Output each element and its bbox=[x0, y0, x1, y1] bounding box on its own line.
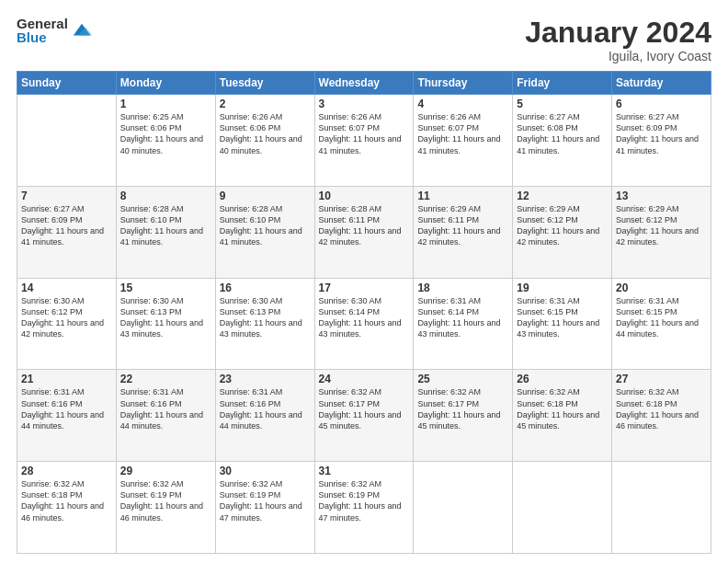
day-number: 31 bbox=[319, 465, 410, 477]
day-number: 22 bbox=[120, 373, 211, 385]
calendar-cell: 8Sunrise: 6:28 AMSunset: 6:10 PMDaylight… bbox=[116, 186, 215, 278]
calendar-cell: 28Sunrise: 6:32 AMSunset: 6:18 PMDayligh… bbox=[17, 462, 117, 554]
day-info: Sunrise: 6:32 AMSunset: 6:19 PMDaylight:… bbox=[220, 478, 311, 523]
calendar-cell: 24Sunrise: 6:32 AMSunset: 6:17 PMDayligh… bbox=[314, 370, 414, 462]
page: General Blue January 2024 Iguila, Ivory … bbox=[0, 0, 728, 563]
day-info: Sunrise: 6:25 AMSunset: 6:06 PMDaylight:… bbox=[120, 111, 211, 156]
calendar-week-3: 21Sunrise: 6:31 AMSunset: 6:16 PMDayligh… bbox=[17, 370, 711, 462]
day-info: Sunrise: 6:32 AMSunset: 6:17 PMDaylight:… bbox=[417, 386, 508, 431]
calendar-cell: 21Sunrise: 6:31 AMSunset: 6:16 PMDayligh… bbox=[17, 370, 117, 462]
day-number: 13 bbox=[616, 190, 707, 202]
day-number: 7 bbox=[21, 190, 112, 202]
calendar-cell: 20Sunrise: 6:31 AMSunset: 6:15 PMDayligh… bbox=[612, 278, 711, 370]
day-info: Sunrise: 6:32 AMSunset: 6:17 PMDaylight:… bbox=[319, 386, 410, 431]
calendar-cell: 14Sunrise: 6:30 AMSunset: 6:12 PMDayligh… bbox=[17, 278, 117, 370]
calendar-cell: 12Sunrise: 6:29 AMSunset: 6:12 PMDayligh… bbox=[513, 186, 612, 278]
calendar-cell bbox=[17, 95, 117, 187]
day-number: 4 bbox=[417, 98, 508, 110]
day-info: Sunrise: 6:26 AMSunset: 6:07 PMDaylight:… bbox=[319, 111, 410, 156]
day-number: 5 bbox=[517, 98, 608, 110]
calendar-cell: 31Sunrise: 6:32 AMSunset: 6:19 PMDayligh… bbox=[314, 462, 414, 554]
day-number: 6 bbox=[616, 98, 707, 110]
day-info: Sunrise: 6:29 AMSunset: 6:12 PMDaylight:… bbox=[517, 203, 608, 248]
day-info: Sunrise: 6:32 AMSunset: 6:18 PMDaylight:… bbox=[21, 478, 112, 523]
calendar-cell: 23Sunrise: 6:31 AMSunset: 6:16 PMDayligh… bbox=[215, 370, 314, 462]
logo-icon bbox=[72, 20, 92, 40]
day-number: 30 bbox=[220, 465, 311, 477]
day-number: 25 bbox=[417, 373, 508, 385]
calendar-week-1: 7Sunrise: 6:27 AMSunset: 6:09 PMDaylight… bbox=[17, 186, 711, 278]
day-number: 1 bbox=[120, 98, 211, 110]
calendar-cell: 22Sunrise: 6:31 AMSunset: 6:16 PMDayligh… bbox=[116, 370, 215, 462]
day-header-thursday: Thursday bbox=[414, 72, 513, 95]
logo-text: General Blue bbox=[17, 17, 68, 44]
day-number: 18 bbox=[417, 282, 508, 294]
calendar-cell: 26Sunrise: 6:32 AMSunset: 6:18 PMDayligh… bbox=[513, 370, 612, 462]
day-number: 29 bbox=[120, 465, 211, 477]
day-number: 3 bbox=[319, 98, 410, 110]
day-number: 23 bbox=[220, 373, 311, 385]
calendar-title: January 2024 bbox=[525, 17, 711, 49]
calendar-cell: 6Sunrise: 6:27 AMSunset: 6:09 PMDaylight… bbox=[612, 95, 711, 187]
logo-blue: Blue bbox=[17, 30, 68, 44]
day-header-friday: Friday bbox=[513, 72, 612, 95]
day-info: Sunrise: 6:26 AMSunset: 6:06 PMDaylight:… bbox=[220, 111, 311, 156]
day-number: 28 bbox=[21, 465, 112, 477]
calendar-cell: 29Sunrise: 6:32 AMSunset: 6:19 PMDayligh… bbox=[116, 462, 215, 554]
day-info: Sunrise: 6:30 AMSunset: 6:13 PMDaylight:… bbox=[120, 295, 211, 340]
day-header-tuesday: Tuesday bbox=[215, 72, 314, 95]
calendar-header-row: SundayMondayTuesdayWednesdayThursdayFrid… bbox=[17, 72, 711, 95]
calendar-cell: 7Sunrise: 6:27 AMSunset: 6:09 PMDaylight… bbox=[17, 186, 117, 278]
logo-general: General bbox=[17, 17, 68, 30]
day-info: Sunrise: 6:32 AMSunset: 6:18 PMDaylight:… bbox=[517, 386, 608, 431]
calendar-cell bbox=[612, 462, 711, 554]
day-number: 8 bbox=[120, 190, 211, 202]
day-info: Sunrise: 6:28 AMSunset: 6:10 PMDaylight:… bbox=[220, 203, 311, 248]
day-number: 19 bbox=[517, 282, 608, 294]
day-info: Sunrise: 6:31 AMSunset: 6:15 PMDaylight:… bbox=[517, 295, 608, 340]
day-number: 12 bbox=[517, 190, 608, 202]
calendar-cell: 18Sunrise: 6:31 AMSunset: 6:14 PMDayligh… bbox=[414, 278, 513, 370]
calendar-cell: 5Sunrise: 6:27 AMSunset: 6:08 PMDaylight… bbox=[513, 95, 612, 187]
day-info: Sunrise: 6:29 AMSunset: 6:11 PMDaylight:… bbox=[417, 203, 508, 248]
calendar-cell: 11Sunrise: 6:29 AMSunset: 6:11 PMDayligh… bbox=[414, 186, 513, 278]
calendar-cell: 19Sunrise: 6:31 AMSunset: 6:15 PMDayligh… bbox=[513, 278, 612, 370]
calendar-subtitle: Iguila, Ivory Coast bbox=[525, 49, 711, 63]
calendar-cell: 13Sunrise: 6:29 AMSunset: 6:12 PMDayligh… bbox=[612, 186, 711, 278]
day-info: Sunrise: 6:31 AMSunset: 6:16 PMDaylight:… bbox=[21, 386, 112, 431]
calendar-cell bbox=[513, 462, 612, 554]
calendar-cell: 16Sunrise: 6:30 AMSunset: 6:13 PMDayligh… bbox=[215, 278, 314, 370]
day-info: Sunrise: 6:31 AMSunset: 6:14 PMDaylight:… bbox=[417, 295, 508, 340]
day-number: 24 bbox=[319, 373, 410, 385]
calendar-cell: 17Sunrise: 6:30 AMSunset: 6:14 PMDayligh… bbox=[314, 278, 414, 370]
day-number: 11 bbox=[417, 190, 508, 202]
calendar-cell: 9Sunrise: 6:28 AMSunset: 6:10 PMDaylight… bbox=[215, 186, 314, 278]
calendar-cell: 30Sunrise: 6:32 AMSunset: 6:19 PMDayligh… bbox=[215, 462, 314, 554]
calendar-cell: 10Sunrise: 6:28 AMSunset: 6:11 PMDayligh… bbox=[314, 186, 414, 278]
day-info: Sunrise: 6:31 AMSunset: 6:16 PMDaylight:… bbox=[120, 386, 211, 431]
calendar-week-4: 28Sunrise: 6:32 AMSunset: 6:18 PMDayligh… bbox=[17, 462, 711, 554]
calendar-cell: 27Sunrise: 6:32 AMSunset: 6:18 PMDayligh… bbox=[612, 370, 711, 462]
calendar-cell: 1Sunrise: 6:25 AMSunset: 6:06 PMDaylight… bbox=[116, 95, 215, 187]
day-number: 16 bbox=[220, 282, 311, 294]
calendar-cell: 3Sunrise: 6:26 AMSunset: 6:07 PMDaylight… bbox=[314, 95, 414, 187]
day-info: Sunrise: 6:28 AMSunset: 6:11 PMDaylight:… bbox=[319, 203, 410, 248]
calendar-cell: 2Sunrise: 6:26 AMSunset: 6:06 PMDaylight… bbox=[215, 95, 314, 187]
day-header-sunday: Sunday bbox=[17, 72, 117, 95]
calendar-week-2: 14Sunrise: 6:30 AMSunset: 6:12 PMDayligh… bbox=[17, 278, 711, 370]
day-number: 9 bbox=[220, 190, 311, 202]
header: General Blue January 2024 Iguila, Ivory … bbox=[17, 17, 711, 63]
day-number: 2 bbox=[220, 98, 311, 110]
calendar-cell bbox=[414, 462, 513, 554]
calendar-cell: 4Sunrise: 6:26 AMSunset: 6:07 PMDaylight… bbox=[414, 95, 513, 187]
logo: General Blue bbox=[17, 17, 92, 44]
day-info: Sunrise: 6:32 AMSunset: 6:19 PMDaylight:… bbox=[319, 478, 410, 523]
day-info: Sunrise: 6:27 AMSunset: 6:08 PMDaylight:… bbox=[517, 111, 608, 156]
day-info: Sunrise: 6:28 AMSunset: 6:10 PMDaylight:… bbox=[120, 203, 211, 248]
day-info: Sunrise: 6:31 AMSunset: 6:15 PMDaylight:… bbox=[616, 295, 707, 340]
day-number: 15 bbox=[120, 282, 211, 294]
day-header-monday: Monday bbox=[116, 72, 215, 95]
calendar-week-0: 1Sunrise: 6:25 AMSunset: 6:06 PMDaylight… bbox=[17, 95, 711, 187]
day-header-saturday: Saturday bbox=[612, 72, 711, 95]
day-number: 27 bbox=[616, 373, 707, 385]
